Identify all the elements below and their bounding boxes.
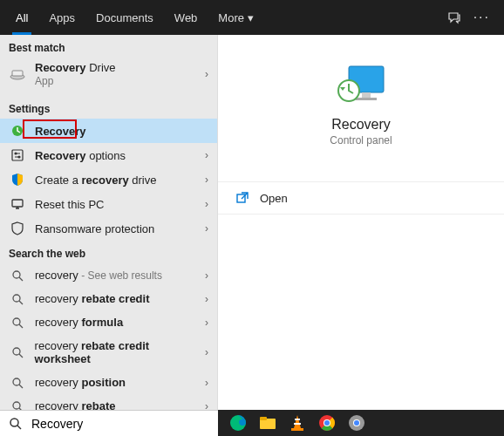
svg-point-7 xyxy=(13,271,20,278)
section-best-match: Best match xyxy=(0,35,217,58)
svg-point-4 xyxy=(15,153,17,154)
chevron-right-icon: › xyxy=(205,149,208,161)
tab-documents[interactable]: Documents xyxy=(85,0,164,35)
chevron-down-icon: ▾ xyxy=(248,11,254,24)
action-open[interactable]: Open xyxy=(218,181,504,215)
web-result-1[interactable]: recovery rebate credit › xyxy=(0,287,217,310)
taskbar-vlc-icon[interactable] xyxy=(288,413,307,433)
chevron-right-icon: › xyxy=(205,293,208,305)
svg-point-12 xyxy=(13,402,20,409)
search-icon xyxy=(9,377,26,389)
tab-apps[interactable]: Apps xyxy=(38,0,85,35)
web-result-5[interactable]: recovery rebate › xyxy=(0,394,217,410)
chevron-right-icon: › xyxy=(205,198,208,210)
chevron-right-icon: › xyxy=(205,346,208,358)
taskbar xyxy=(218,410,504,436)
svg-point-5 xyxy=(18,156,20,158)
result-reset-pc[interactable]: Reset this PC › xyxy=(0,192,217,216)
tab-documents-label: Documents xyxy=(96,11,153,24)
drive-icon xyxy=(9,67,26,81)
header-tabs: All Apps Documents Web More ▾ xyxy=(5,0,264,35)
svg-rect-24 xyxy=(294,423,301,425)
svg-rect-3 xyxy=(12,150,23,160)
preview-subtitle: Control panel xyxy=(330,134,392,146)
svg-point-8 xyxy=(13,295,20,302)
chevron-right-icon: › xyxy=(205,269,208,282)
preview-pane: Recovery Control panel Open xyxy=(218,35,504,410)
svg-point-29 xyxy=(324,420,330,426)
taskbar-edge-icon[interactable] xyxy=(228,413,248,433)
web-result-4[interactable]: recovery position › xyxy=(0,371,217,394)
svg-point-32 xyxy=(354,420,359,426)
more-options-icon[interactable]: ··· xyxy=(473,10,490,25)
result-label: recovery formula xyxy=(35,316,123,329)
result-label: Reset this PC xyxy=(35,198,104,211)
result-label: Recovery options xyxy=(35,149,126,162)
result-label: recovery rebate xyxy=(35,399,116,410)
tab-web[interactable]: Web xyxy=(164,0,208,35)
result-label: Ransomware protection xyxy=(35,222,154,235)
search-icon xyxy=(9,293,26,305)
svg-point-10 xyxy=(13,348,20,355)
search-icon xyxy=(9,269,26,282)
result-label: Recovery Drive App xyxy=(35,61,116,87)
tab-more[interactable]: More ▾ xyxy=(208,0,264,35)
tab-apps-label: Apps xyxy=(49,11,75,24)
svg-rect-22 xyxy=(291,428,303,431)
chevron-right-icon: › xyxy=(205,317,208,329)
result-recovery-drive[interactable]: Recovery Drive App › xyxy=(0,58,217,96)
search-icon xyxy=(9,400,26,411)
search-header: All Apps Documents Web More ▾ ··· xyxy=(0,0,504,35)
svg-rect-17 xyxy=(237,194,245,202)
options-icon xyxy=(9,148,26,162)
svg-rect-1 xyxy=(12,71,23,76)
svg-point-9 xyxy=(13,318,20,325)
preview-title: Recovery xyxy=(331,117,391,133)
tab-all[interactable]: All xyxy=(5,0,38,35)
taskbar-chrome-icon[interactable] xyxy=(317,413,337,433)
results-pane: Best match Recovery Drive App › Settings… xyxy=(0,35,218,410)
reset-icon xyxy=(9,197,26,211)
taskbar-explorer-icon[interactable] xyxy=(258,413,277,433)
chevron-right-icon: › xyxy=(205,400,208,411)
result-label: recovery rebate credit xyxy=(35,292,150,305)
web-result-2[interactable]: recovery formula › xyxy=(0,310,217,334)
security-icon xyxy=(9,221,26,235)
search-icon xyxy=(9,317,26,329)
section-web: Search the web xyxy=(0,241,217,263)
tab-all-label: All xyxy=(16,11,28,24)
svg-rect-14 xyxy=(362,92,371,98)
section-settings: Settings xyxy=(0,96,217,119)
result-ransomware[interactable]: Ransomware protection › xyxy=(0,216,217,241)
feedback-icon[interactable] xyxy=(447,10,461,24)
result-label: Recovery xyxy=(35,125,86,138)
chevron-right-icon: › xyxy=(205,222,208,235)
open-icon xyxy=(235,191,249,205)
svg-rect-23 xyxy=(295,419,300,420)
search-bar[interactable] xyxy=(0,410,218,436)
web-result-0[interactable]: recovery - See web results › xyxy=(0,263,217,287)
taskbar-chrome2-icon[interactable] xyxy=(347,413,366,433)
shield-icon xyxy=(9,173,26,187)
search-input[interactable] xyxy=(31,417,209,431)
tab-more-label: More xyxy=(218,11,244,24)
search-icon xyxy=(9,417,23,431)
result-label: recovery rebate credit worksheet xyxy=(35,339,205,365)
chevron-right-icon: › xyxy=(205,377,208,389)
result-recovery[interactable]: Recovery xyxy=(0,119,217,143)
action-open-label: Open xyxy=(260,192,288,205)
chevron-right-icon: › xyxy=(205,68,208,80)
svg-rect-21 xyxy=(260,417,267,420)
result-label: recovery - See web results xyxy=(35,269,162,282)
web-result-3[interactable]: recovery rebate credit worksheet › xyxy=(0,334,217,371)
svg-rect-6 xyxy=(12,200,23,207)
tab-web-label: Web xyxy=(174,11,198,24)
result-label: Create a recovery drive xyxy=(35,174,157,187)
result-create-recovery-drive[interactable]: Create a recovery drive › xyxy=(0,167,217,192)
svg-point-11 xyxy=(13,378,20,385)
result-recovery-options[interactable]: Recovery options › xyxy=(0,143,217,167)
svg-point-18 xyxy=(10,419,18,426)
search-icon xyxy=(9,346,26,358)
recovery-large-icon xyxy=(333,61,389,106)
svg-rect-15 xyxy=(356,98,377,100)
